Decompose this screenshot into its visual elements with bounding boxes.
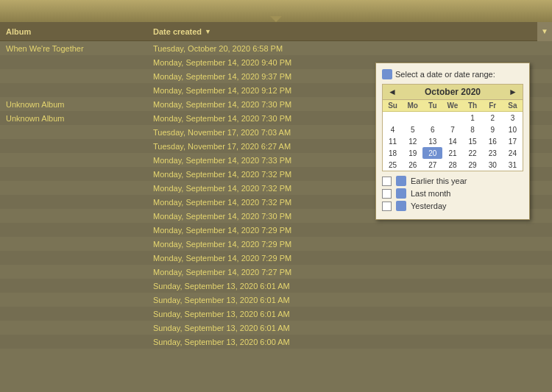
calendar-day[interactable]: 16 — [483, 135, 503, 147]
calendar-day[interactable]: 9 — [483, 124, 503, 135]
calendar-day[interactable]: 15 — [463, 135, 483, 147]
table-row[interactable]: Sunday, September 13, 2020 6:01 AM — [0, 293, 552, 307]
calendar-day[interactable]: 10 — [503, 124, 523, 135]
calendar-day[interactable]: 5 — [403, 124, 422, 135]
calendar-day[interactable]: 25 — [383, 159, 403, 171]
calendar-day[interactable]: 12 — [403, 135, 422, 147]
album-column-label: Album — [6, 27, 31, 36]
cell-date: Monday, September 14, 2020 7:27 PM — [147, 268, 552, 277]
calendar-day[interactable]: 30 — [483, 159, 503, 171]
quick-filter-label: Yesterday — [411, 202, 447, 210]
quick-filter-checkbox[interactable] — [382, 202, 392, 211]
quick-filter-checkbox[interactable] — [382, 189, 392, 199]
calendar-day-header: Mo — [403, 100, 422, 112]
cell-date: Monday, September 14, 2020 7:29 PM — [147, 226, 552, 235]
top-bar — [0, 0, 552, 22]
table-row[interactable]: Sunday, September 13, 2020 6:01 AM — [0, 279, 552, 293]
table-row[interactable]: Monday, September 14, 2020 7:27 PM — [0, 265, 552, 279]
calendar-day[interactable]: 7 — [442, 124, 462, 135]
date-picker-popup: Select a date or date range: ◄ October 2… — [375, 63, 530, 220]
quick-filter-icon — [396, 188, 406, 199]
calendar-day[interactable]: 13 — [422, 135, 442, 147]
table-header: Album Date created ▼ ▼ — [0, 22, 552, 41]
table-row[interactable]: Monday, September 14, 2020 7:29 PM — [0, 223, 552, 237]
calendar-day[interactable]: 14 — [442, 135, 462, 147]
calendar: ◄ October 2020 ► SuMoTuWeThFrSa123456789… — [382, 84, 523, 171]
picker-title: Select a date or date range: — [382, 69, 523, 79]
calendar-day[interactable]: 19 — [403, 147, 422, 159]
calendar-day-header: Su — [383, 100, 403, 112]
calendar-day[interactable]: 4 — [383, 124, 403, 135]
quick-filter-item[interactable]: Last month — [382, 188, 523, 199]
calendar-month-year: October 2020 — [425, 87, 481, 97]
calendar-day[interactable]: 18 — [383, 147, 403, 159]
calendar-day[interactable]: 3 — [503, 112, 523, 124]
cell-date: Sunday, September 13, 2020 6:00 AM — [147, 338, 552, 346]
calendar-day[interactable]: 22 — [463, 147, 483, 159]
calendar-day — [383, 112, 403, 124]
calendar-day[interactable]: 28 — [442, 159, 462, 171]
main-area: Album Date created ▼ ▼ When We're Togeth… — [0, 22, 552, 392]
quick-filter-checkbox[interactable] — [382, 177, 392, 186]
calendar-day[interactable]: 6 — [422, 124, 442, 135]
calendar-day[interactable]: 17 — [503, 135, 523, 147]
quick-filter-label: Earlier this year — [411, 177, 467, 185]
table-row[interactable]: Sunday, September 13, 2020 6:01 AM — [0, 307, 552, 321]
calendar-day-header: Th — [463, 100, 483, 112]
column-album: Album — [0, 27, 147, 36]
calendar-day[interactable]: 21 — [442, 147, 462, 159]
cell-date: Monday, September 14, 2020 7:29 PM — [147, 254, 552, 263]
quick-filters: Earlier this yearLast monthYesterday — [382, 176, 523, 211]
picker-title-text: Select a date or date range: — [395, 70, 495, 79]
calendar-day[interactable]: 23 — [483, 147, 503, 159]
table-row[interactable]: Sunday, September 13, 2020 6:01 AM — [0, 321, 552, 335]
calendar-day[interactable]: 20 — [422, 147, 442, 159]
calendar-day — [422, 112, 442, 124]
table-row[interactable]: When We're TogetherTuesday, October 20, … — [0, 41, 552, 55]
calendar-day[interactable]: 27 — [422, 159, 442, 171]
cell-album: Unknown Album — [0, 114, 147, 123]
sort-arrow-icon: ▼ — [205, 28, 211, 35]
calendar-grid: SuMoTuWeThFrSa12345678910111213141516171… — [383, 100, 523, 171]
filter-button[interactable]: ▼ — [537, 22, 552, 41]
column-date-created[interactable]: Date created ▼ — [147, 27, 537, 36]
quick-filter-icon — [396, 201, 406, 211]
quick-filter-label: Last month — [411, 189, 450, 198]
cell-date: Sunday, September 13, 2020 6:01 AM — [147, 296, 552, 304]
calendar-day[interactable]: 31 — [503, 159, 523, 171]
calendar-day-header: We — [442, 100, 462, 112]
date-column-label: Date created — [153, 27, 202, 36]
calendar-day — [442, 112, 462, 124]
next-month-button[interactable]: ► — [507, 87, 519, 97]
cell-album: When We're Together — [0, 44, 147, 53]
calendar-day[interactable]: 8 — [463, 124, 483, 135]
top-bar-arrow-icon — [270, 16, 282, 22]
cell-date: Sunday, September 13, 2020 6:01 AM — [147, 282, 552, 291]
cell-date: Monday, September 14, 2020 7:29 PM — [147, 240, 552, 249]
cell-date: Sunday, September 13, 2020 6:01 AM — [147, 324, 552, 332]
table-row[interactable]: Sunday, September 13, 2020 6:00 AM — [0, 335, 552, 349]
calendar-day[interactable]: 24 — [503, 147, 523, 159]
quick-filter-item[interactable]: Earlier this year — [382, 176, 523, 186]
calendar-day[interactable]: 29 — [463, 159, 483, 171]
cell-album: Unknown Album — [0, 100, 147, 109]
prev-month-button[interactable]: ◄ — [386, 87, 398, 97]
calendar-day-header: Sa — [503, 100, 523, 112]
calendar-day — [403, 112, 422, 124]
calendar-header: ◄ October 2020 ► — [383, 85, 523, 100]
calendar-day[interactable]: 26 — [403, 159, 422, 171]
quick-filter-item[interactable]: Yesterday — [382, 201, 523, 211]
cell-date: Tuesday, October 20, 2020 6:58 PM — [147, 44, 552, 53]
calendar-icon — [382, 69, 392, 79]
dropdown-indicator — [270, 16, 282, 22]
calendar-day-header: Fr — [483, 100, 503, 112]
table-row[interactable]: Monday, September 14, 2020 7:29 PM — [0, 237, 552, 251]
calendar-day-header: Tu — [422, 100, 442, 112]
calendar-day[interactable]: 11 — [383, 135, 403, 147]
quick-filter-icon — [396, 176, 406, 186]
calendar-day[interactable]: 2 — [483, 112, 503, 124]
table-row[interactable]: Monday, September 14, 2020 7:29 PM — [0, 251, 552, 265]
calendar-day[interactable]: 1 — [463, 112, 483, 124]
cell-date: Sunday, September 13, 2020 6:01 AM — [147, 310, 552, 318]
